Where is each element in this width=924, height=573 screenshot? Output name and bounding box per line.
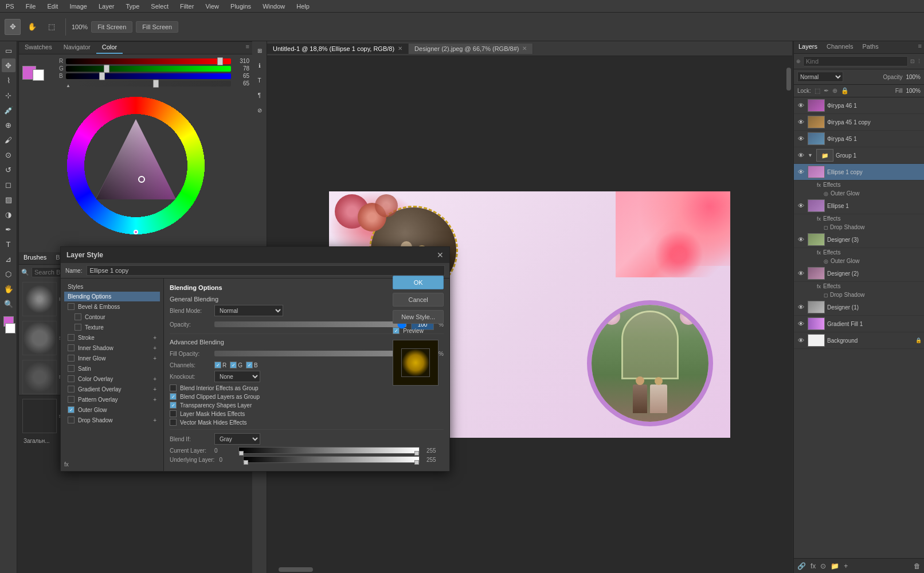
transparency-check[interactable]: ✓ [170, 402, 177, 409]
underlying-handle-left[interactable] [244, 460, 248, 465]
tab-channels[interactable]: Channels [822, 41, 858, 53]
path-tool[interactable]: ⊿ [2, 252, 15, 266]
style-item-gradient-overlay[interactable]: Gradient Overlay + [64, 384, 160, 394]
stroke-add[interactable]: + [153, 335, 156, 341]
add-mask-btn[interactable]: ⊙ [820, 562, 826, 570]
tab-color[interactable]: Color [96, 42, 123, 54]
menu-type[interactable]: Type [124, 2, 142, 11]
cancel-button[interactable]: Cancel [393, 293, 444, 307]
layer-item-gradient-fill[interactable]: 👁 Gradient Fill 1 [794, 316, 924, 332]
frame-tool-btn[interactable]: ⬚ [44, 19, 60, 35]
drop-shadow-add[interactable]: + [153, 417, 156, 423]
new-style-button[interactable]: New Style... [393, 310, 444, 324]
hand-tool-btn[interactable]: ✋ [24, 19, 40, 35]
menu-file[interactable]: File [24, 2, 38, 11]
style-item-inner-shadow[interactable]: Inner Shadow + [64, 343, 160, 353]
style-item-color-overlay[interactable]: Color Overlay + [64, 374, 160, 384]
layer-mask-check[interactable] [170, 410, 177, 417]
vis-figura46[interactable]: 👁 [796, 101, 805, 110]
scroll-thumb-h[interactable] [279, 567, 313, 572]
layer-item-ellipse1copy[interactable]: 👁 Ellipse 1 copy [794, 164, 924, 180]
contour-check[interactable] [75, 313, 81, 320]
move-tool-btn[interactable]: ✥ [5, 19, 21, 35]
layer-item-figura45copy[interactable]: 👁 Фігура 45 1 copy [794, 114, 924, 131]
layer-item-background[interactable]: 👁 Background 🔒 [794, 332, 924, 349]
vector-mask-check[interactable] [170, 419, 177, 426]
layer-item-designer3[interactable]: 👁 Designer (3) [794, 231, 924, 248]
canvas-tool-1[interactable]: ⊞ [253, 44, 267, 57]
style-item-inner-glow[interactable]: Inner Glow + [64, 353, 160, 363]
brush-item-2[interactable] [22, 321, 57, 355]
g-slider-handle[interactable] [104, 65, 109, 73]
r-checkbox[interactable]: ✓ [214, 362, 221, 368]
scroll-thumb-v[interactable] [786, 68, 791, 91]
current-layer-handle-left[interactable] [239, 451, 244, 456]
bevel-check[interactable] [68, 303, 75, 310]
color-triangle[interactable] [84, 113, 187, 218]
brush-item[interactable] [22, 282, 57, 316]
inner-glow-add[interactable]: + [153, 355, 156, 362]
bg-color-swatch[interactable] [33, 69, 44, 81]
new-layer-btn[interactable]: + [844, 562, 848, 570]
satin-check[interactable] [68, 365, 75, 372]
vis-ellipse1[interactable]: 👁 [796, 201, 805, 210]
outer-glow-check[interactable]: ✓ [68, 406, 75, 413]
layer-item-figura45[interactable]: 👁 Фігура 45 1 [794, 131, 924, 147]
menu-layer[interactable]: Layer [96, 2, 117, 11]
brush-item-4[interactable] [22, 399, 57, 433]
style-item-outer-glow[interactable]: ✓ Outer Glow [64, 405, 160, 415]
style-item-styles[interactable]: Styles [64, 282, 160, 292]
menu-plugins[interactable]: Plugins [228, 2, 253, 11]
menu-window[interactable]: Window [260, 2, 287, 11]
style-fx-icon[interactable]: fx [64, 461, 69, 468]
underlying-handle-right[interactable] [414, 460, 419, 465]
crop-tool[interactable]: ⊹ [2, 88, 15, 102]
gradient-overlay-check[interactable] [68, 386, 75, 393]
layers-search-input[interactable] [803, 56, 908, 66]
b-slider-handle[interactable] [99, 72, 105, 80]
vis-designer3[interactable]: 👁 [796, 235, 805, 244]
g-checkbox[interactable]: ✓ [230, 362, 237, 368]
fit-screen-btn[interactable]: Fit Screen [91, 21, 132, 33]
type-tool[interactable]: T [2, 237, 15, 251]
tab-paths[interactable]: Paths [858, 41, 883, 53]
burn-tool[interactable]: ◑ [2, 207, 15, 221]
menu-edit[interactable]: Edit [45, 2, 60, 11]
drop-shadow-effect-1[interactable]: ◻ Drop Shadow [794, 223, 924, 231]
horizontal-scrollbar[interactable] [267, 566, 785, 573]
pattern-overlay-add[interactable]: + [153, 397, 156, 403]
ok-button[interactable]: OK [393, 276, 444, 289]
blend-clipped-check[interactable]: ✓ [170, 393, 177, 400]
hue-selector[interactable] [134, 230, 138, 234]
knockout-select[interactable]: None [214, 371, 260, 382]
shape-tool[interactable]: ⬡ [2, 267, 15, 281]
doc-tab-2[interactable]: Designer (2).jpeg @ 66,7% (RGB/8#) ✕ [409, 44, 533, 54]
menu-view[interactable]: View [203, 2, 221, 11]
menu-ps[interactable]: PS [3, 2, 17, 11]
layer-item-group1[interactable]: 👁 ▼ 📁 Group 1 [794, 147, 924, 164]
lasso-tool[interactable]: ⌇ [2, 73, 15, 87]
vis-figura45copy[interactable]: 👁 [796, 117, 805, 127]
blend-if-select[interactable]: Gray [214, 433, 260, 445]
r-slider-handle[interactable] [217, 57, 223, 65]
menu-select[interactable]: Select [148, 2, 171, 11]
tab-swatches[interactable]: Swatches [19, 42, 58, 54]
new-group-btn[interactable]: 📁 [831, 562, 839, 570]
link-layers-btn[interactable]: 🔗 [797, 562, 806, 570]
brush-tool[interactable]: 🖌 [2, 133, 15, 147]
b-checkbox[interactable]: ✓ [246, 362, 253, 368]
history-tool[interactable]: ↺ [2, 163, 15, 176]
canvas-tool-3[interactable]: T [253, 73, 267, 87]
layer-item-figura46[interactable]: 👁 Фігура 46 1 [794, 97, 924, 114]
alpha-slider-handle[interactable] [153, 80, 159, 88]
doc-tab-1[interactable]: Untitled-1 @ 18,8% (Ellipse 1 copy, RGB/… [267, 44, 409, 54]
gradient-tool[interactable]: ▨ [2, 193, 15, 206]
tab-layers[interactable]: Layers [794, 41, 822, 53]
layer-name-input[interactable] [87, 265, 445, 276]
texture-check[interactable] [75, 324, 81, 331]
inner-glow-check[interactable] [68, 355, 75, 362]
style-item-pattern-overlay[interactable]: Pattern Overlay + [64, 394, 160, 405]
eraser-tool[interactable]: ◻ [2, 178, 15, 191]
lock-pos-icon[interactable]: ⊕ [832, 87, 837, 95]
current-layer-handle-right[interactable] [414, 451, 419, 456]
